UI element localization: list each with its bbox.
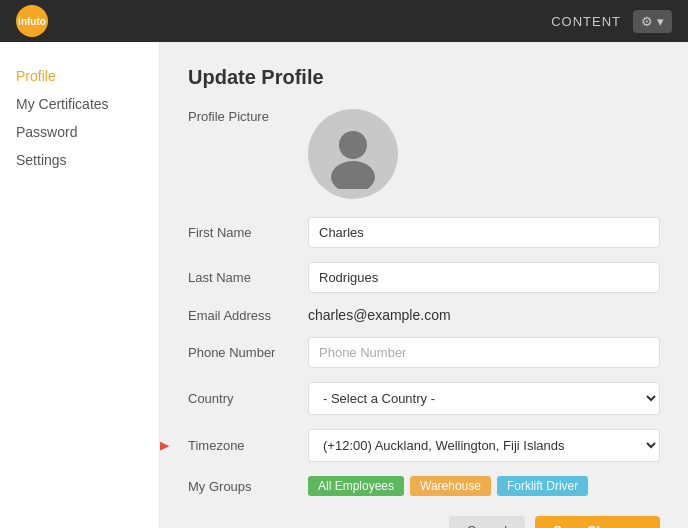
country-label: Country — [188, 391, 308, 406]
action-buttons: Cancel Save Changes — [188, 516, 660, 528]
email-value: charles@example.com — [308, 307, 660, 323]
phone-field-wrapper — [308, 337, 660, 368]
svg-point-1 — [331, 161, 375, 189]
email-label: Email Address — [188, 308, 308, 323]
badge-forklift-driver: Forklift Driver — [497, 476, 588, 496]
first-name-field-wrapper — [308, 217, 660, 248]
gear-icon: ⚙ — [641, 14, 653, 29]
page-title: Update Profile — [188, 66, 660, 89]
top-navigation: infuto CONTENT ⚙ ▾ — [0, 0, 688, 42]
first-name-input[interactable] — [308, 217, 660, 248]
first-name-label: First Name — [188, 225, 308, 240]
email-row: Email Address charles@example.com — [188, 307, 660, 323]
phone-label: Phone Number — [188, 345, 308, 360]
svg-point-0 — [339, 131, 367, 159]
sidebar-item-password[interactable]: Password — [16, 118, 143, 146]
groups-row: My Groups All Employees Warehouse Forkli… — [188, 476, 660, 496]
main-layout: Profile My Certificates Password Setting… — [0, 42, 688, 528]
phone-input[interactable] — [308, 337, 660, 368]
gear-button[interactable]: ⚙ ▾ — [633, 10, 672, 33]
badges-container: All Employees Warehouse Forklift Driver — [308, 476, 660, 496]
profile-picture-label: Profile Picture — [188, 109, 308, 124]
groups-label: My Groups — [188, 479, 308, 494]
last-name-label: Last Name — [188, 270, 308, 285]
sidebar-item-certificates[interactable]: My Certificates — [16, 90, 143, 118]
last-name-row: Last Name — [188, 262, 660, 293]
timezone-field-wrapper: (+12:00) Auckland, Wellington, Fiji Isla… — [308, 429, 660, 462]
sidebar-item-profile[interactable]: Profile — [16, 62, 143, 90]
badge-warehouse: Warehouse — [410, 476, 491, 496]
top-nav-right: CONTENT ⚙ ▾ — [551, 10, 672, 33]
sidebar: Profile My Certificates Password Setting… — [0, 42, 160, 528]
last-name-field-wrapper — [308, 262, 660, 293]
sidebar-item-settings[interactable]: Settings — [16, 146, 143, 174]
content-label: CONTENT — [551, 14, 621, 29]
country-field-wrapper: - Select a Country - New Zealand Austral… — [308, 382, 660, 415]
country-row: Country - Select a Country - New Zealand… — [188, 382, 660, 415]
timezone-label: Timezone — [188, 438, 308, 453]
red-arrow-icon: ➤ — [160, 433, 170, 459]
logo-text: infuto — [18, 16, 46, 27]
badge-all-employees: All Employees — [308, 476, 404, 496]
timezone-select[interactable]: (+12:00) Auckland, Wellington, Fiji Isla… — [308, 429, 660, 462]
groups-container: All Employees Warehouse Forklift Driver — [308, 476, 660, 496]
country-select[interactable]: - Select a Country - New Zealand Austral… — [308, 382, 660, 415]
cancel-button[interactable]: Cancel — [449, 516, 525, 528]
avatar — [308, 109, 398, 199]
main-content: Update Profile Profile Picture First Nam… — [160, 42, 688, 528]
logo: infuto — [16, 5, 48, 37]
last-name-input[interactable] — [308, 262, 660, 293]
chevron-down-icon: ▾ — [657, 14, 664, 29]
first-name-row: First Name — [188, 217, 660, 248]
avatar-icon — [318, 119, 388, 189]
profile-picture-row: Profile Picture — [188, 109, 660, 199]
phone-row: Phone Number — [188, 337, 660, 368]
avatar-container-wrapper — [308, 109, 660, 199]
save-changes-button[interactable]: Save Changes — [535, 516, 660, 528]
timezone-row: ➤ Timezone (+12:00) Auckland, Wellington… — [188, 429, 660, 462]
